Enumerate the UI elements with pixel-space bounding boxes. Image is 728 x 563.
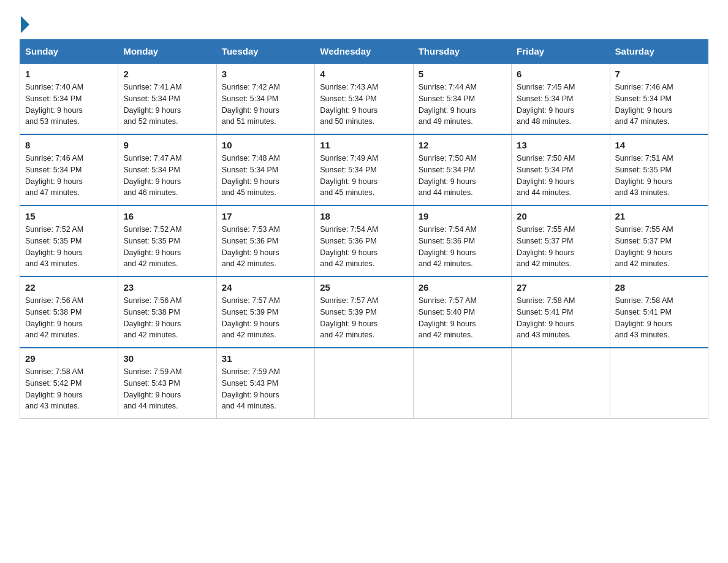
weekday-header-monday: Monday (118, 40, 216, 64)
calendar-day-cell: 11 Sunrise: 7:49 AM Sunset: 5:34 PM Dayl… (315, 134, 413, 205)
calendar-day-cell: 30 Sunrise: 7:59 AM Sunset: 5:43 PM Dayl… (118, 348, 216, 419)
calendar-empty-cell (610, 348, 708, 419)
weekday-header-wednesday: Wednesday (315, 40, 413, 64)
day-number: 12 (419, 140, 506, 150)
day-info: Sunrise: 7:57 AM Sunset: 5:39 PM Dayligh… (320, 295, 408, 341)
day-info: Sunrise: 7:57 AM Sunset: 5:40 PM Dayligh… (419, 295, 506, 341)
calendar-day-cell: 31 Sunrise: 7:59 AM Sunset: 5:43 PM Dayl… (216, 348, 314, 419)
calendar-day-cell: 18 Sunrise: 7:54 AM Sunset: 5:36 PM Dayl… (315, 205, 413, 277)
calendar-day-cell: 29 Sunrise: 7:58 AM Sunset: 5:42 PM Dayl… (20, 348, 118, 419)
day-number: 14 (615, 140, 703, 150)
day-info: Sunrise: 7:55 AM Sunset: 5:37 PM Dayligh… (517, 224, 604, 270)
day-number: 11 (320, 140, 408, 150)
day-info: Sunrise: 7:51 AM Sunset: 5:35 PM Dayligh… (615, 153, 703, 199)
calendar-day-cell: 2 Sunrise: 7:41 AM Sunset: 5:34 PM Dayli… (118, 63, 216, 134)
day-info: Sunrise: 7:59 AM Sunset: 5:43 PM Dayligh… (123, 366, 211, 412)
logo-arrow-icon (21, 16, 29, 33)
calendar-week-row: 22 Sunrise: 7:56 AM Sunset: 5:38 PM Dayl… (20, 277, 708, 348)
calendar-day-cell: 1 Sunrise: 7:40 AM Sunset: 5:34 PM Dayli… (20, 63, 118, 134)
calendar-day-cell: 3 Sunrise: 7:42 AM Sunset: 5:34 PM Dayli… (216, 63, 314, 134)
day-info: Sunrise: 7:48 AM Sunset: 5:34 PM Dayligh… (222, 153, 309, 199)
day-number: 26 (419, 282, 506, 293)
calendar-day-cell: 14 Sunrise: 7:51 AM Sunset: 5:35 PM Dayl… (610, 134, 708, 205)
calendar-day-cell: 4 Sunrise: 7:43 AM Sunset: 5:34 PM Dayli… (315, 63, 413, 134)
calendar-day-cell: 10 Sunrise: 7:48 AM Sunset: 5:34 PM Dayl… (216, 134, 314, 205)
calendar-week-row: 8 Sunrise: 7:46 AM Sunset: 5:34 PM Dayli… (20, 134, 708, 205)
calendar-day-cell: 20 Sunrise: 7:55 AM Sunset: 5:37 PM Dayl… (512, 205, 610, 277)
calendar-day-cell: 25 Sunrise: 7:57 AM Sunset: 5:39 PM Dayl… (315, 277, 413, 348)
day-number: 23 (123, 282, 211, 293)
calendar-day-cell: 15 Sunrise: 7:52 AM Sunset: 5:35 PM Dayl… (20, 205, 118, 277)
calendar-day-cell: 13 Sunrise: 7:50 AM Sunset: 5:34 PM Dayl… (512, 134, 610, 205)
day-number: 24 (222, 282, 309, 293)
calendar-day-cell: 19 Sunrise: 7:54 AM Sunset: 5:36 PM Dayl… (413, 205, 511, 277)
calendar-week-row: 15 Sunrise: 7:52 AM Sunset: 5:35 PM Dayl… (20, 205, 708, 277)
weekday-header-friday: Friday (512, 40, 610, 64)
day-number: 5 (419, 69, 506, 79)
calendar-day-cell: 17 Sunrise: 7:53 AM Sunset: 5:36 PM Dayl… (216, 205, 314, 277)
day-number: 19 (419, 211, 506, 221)
day-info: Sunrise: 7:42 AM Sunset: 5:34 PM Dayligh… (222, 82, 309, 128)
day-number: 17 (222, 211, 309, 221)
day-number: 2 (123, 69, 211, 79)
day-info: Sunrise: 7:46 AM Sunset: 5:34 PM Dayligh… (25, 153, 113, 199)
calendar-day-cell: 9 Sunrise: 7:47 AM Sunset: 5:34 PM Dayli… (118, 134, 216, 205)
day-number: 22 (25, 282, 113, 293)
day-number: 29 (25, 353, 113, 364)
day-info: Sunrise: 7:56 AM Sunset: 5:38 PM Dayligh… (123, 295, 211, 341)
day-number: 8 (25, 140, 113, 150)
page-header (20, 15, 708, 29)
day-number: 10 (222, 140, 309, 150)
calendar-day-cell: 21 Sunrise: 7:55 AM Sunset: 5:37 PM Dayl… (610, 205, 708, 277)
calendar-day-cell: 8 Sunrise: 7:46 AM Sunset: 5:34 PM Dayli… (20, 134, 118, 205)
day-info: Sunrise: 7:56 AM Sunset: 5:38 PM Dayligh… (25, 295, 113, 341)
calendar-day-cell: 16 Sunrise: 7:52 AM Sunset: 5:35 PM Dayl… (118, 205, 216, 277)
day-info: Sunrise: 7:57 AM Sunset: 5:39 PM Dayligh… (222, 295, 309, 341)
day-number: 25 (320, 282, 408, 293)
day-number: 4 (320, 69, 408, 79)
weekday-header-thursday: Thursday (413, 40, 511, 64)
day-number: 7 (615, 69, 703, 79)
weekday-header-tuesday: Tuesday (216, 40, 314, 64)
calendar-day-cell: 28 Sunrise: 7:58 AM Sunset: 5:41 PM Dayl… (610, 277, 708, 348)
day-info: Sunrise: 7:55 AM Sunset: 5:37 PM Dayligh… (615, 224, 703, 270)
calendar-empty-cell (413, 348, 511, 419)
calendar-day-cell: 27 Sunrise: 7:58 AM Sunset: 5:41 PM Dayl… (512, 277, 610, 348)
day-info: Sunrise: 7:59 AM Sunset: 5:43 PM Dayligh… (222, 366, 309, 412)
day-info: Sunrise: 7:46 AM Sunset: 5:34 PM Dayligh… (615, 82, 703, 128)
day-info: Sunrise: 7:52 AM Sunset: 5:35 PM Dayligh… (123, 224, 211, 270)
day-info: Sunrise: 7:50 AM Sunset: 5:34 PM Dayligh… (419, 153, 506, 199)
calendar-day-cell: 6 Sunrise: 7:45 AM Sunset: 5:34 PM Dayli… (512, 63, 610, 134)
day-number: 28 (615, 282, 703, 293)
day-info: Sunrise: 7:58 AM Sunset: 5:41 PM Dayligh… (517, 295, 604, 341)
day-info: Sunrise: 7:45 AM Sunset: 5:34 PM Dayligh… (517, 82, 604, 128)
day-number: 21 (615, 211, 703, 221)
day-info: Sunrise: 7:52 AM Sunset: 5:35 PM Dayligh… (25, 224, 113, 270)
day-info: Sunrise: 7:58 AM Sunset: 5:41 PM Dayligh… (615, 295, 703, 341)
day-info: Sunrise: 7:44 AM Sunset: 5:34 PM Dayligh… (419, 82, 506, 128)
day-number: 9 (123, 140, 211, 150)
day-info: Sunrise: 7:58 AM Sunset: 5:42 PM Dayligh… (25, 366, 113, 412)
day-number: 27 (517, 282, 604, 293)
day-number: 1 (25, 69, 113, 79)
weekday-header-sunday: Sunday (20, 40, 118, 64)
day-info: Sunrise: 7:49 AM Sunset: 5:34 PM Dayligh… (320, 153, 408, 199)
weekday-header-saturday: Saturday (610, 40, 708, 64)
day-number: 20 (517, 211, 604, 221)
calendar-empty-cell (315, 348, 413, 419)
calendar-day-cell: 22 Sunrise: 7:56 AM Sunset: 5:38 PM Dayl… (20, 277, 118, 348)
day-number: 18 (320, 211, 408, 221)
day-info: Sunrise: 7:40 AM Sunset: 5:34 PM Dayligh… (25, 82, 113, 128)
day-info: Sunrise: 7:43 AM Sunset: 5:34 PM Dayligh… (320, 82, 408, 128)
day-info: Sunrise: 7:54 AM Sunset: 5:36 PM Dayligh… (320, 224, 408, 270)
calendar-header-row: SundayMondayTuesdayWednesdayThursdayFrid… (20, 40, 708, 64)
day-info: Sunrise: 7:47 AM Sunset: 5:34 PM Dayligh… (123, 153, 211, 199)
day-number: 30 (123, 353, 211, 364)
calendar-day-cell: 5 Sunrise: 7:44 AM Sunset: 5:34 PM Dayli… (413, 63, 511, 134)
day-number: 13 (517, 140, 604, 150)
day-info: Sunrise: 7:41 AM Sunset: 5:34 PM Dayligh… (123, 82, 211, 128)
day-number: 3 (222, 69, 309, 79)
day-number: 31 (222, 353, 309, 364)
calendar-week-row: 1 Sunrise: 7:40 AM Sunset: 5:34 PM Dayli… (20, 63, 708, 134)
day-number: 6 (517, 69, 604, 79)
